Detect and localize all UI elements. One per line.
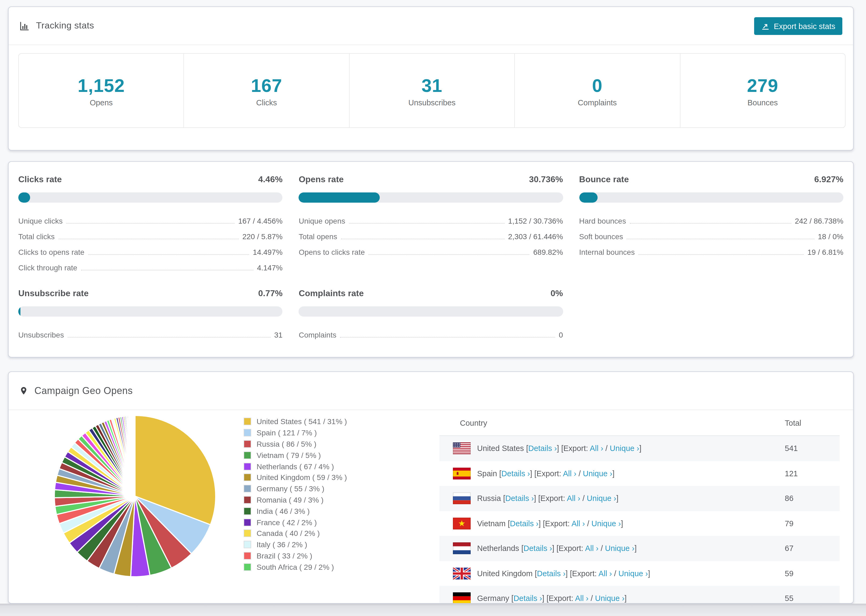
- stat-row-opens-to-clicks-rate: Opens to clicks rate689.82%: [299, 241, 563, 257]
- legend-item-germany[interactable]: Germany ( 55 / 3% ): [244, 483, 347, 495]
- legend-item-india[interactable]: India ( 46 / 3% ): [244, 506, 347, 517]
- bar-chart-icon: [19, 21, 30, 31]
- legend-item-netherlands[interactable]: Netherlands ( 67 / 4% ): [244, 460, 347, 472]
- progress-bar: [18, 192, 283, 203]
- export-unique-link[interactable]: Unique ›: [619, 569, 648, 578]
- export-unique-link[interactable]: Unique ›: [610, 444, 639, 453]
- geo-card-header: Campaign Geo Opens: [9, 372, 853, 410]
- stat-label: Unsubscribes: [408, 98, 456, 107]
- legend-item-canada[interactable]: Canada ( 40 / 2% ): [244, 528, 347, 539]
- details-link[interactable]: Details ›: [501, 469, 530, 478]
- export-all-link[interactable]: All ›: [567, 494, 580, 503]
- legend-swatch: [244, 474, 251, 481]
- legend-item-spain[interactable]: Spain ( 121 / 7% ): [244, 427, 347, 438]
- export-all-link[interactable]: All ›: [575, 594, 589, 603]
- stat-label: Bounces: [747, 98, 778, 107]
- legend-item-south-africa[interactable]: South Africa ( 29 / 2% ): [244, 561, 347, 573]
- legend-item-vietnam[interactable]: Vietnam ( 79 / 5% ): [244, 449, 347, 461]
- stat-value: 0: [592, 75, 602, 96]
- details-link[interactable]: Details ›: [505, 494, 534, 503]
- stat-row-label: Total opens: [299, 232, 337, 241]
- export-all-link[interactable]: All ›: [598, 569, 612, 578]
- stat-row-label: Click through rate: [18, 263, 77, 272]
- stats-summary: 1,152Opens167Clicks31Unsubscribes0Compla…: [18, 53, 846, 128]
- flag-vn-icon: [453, 518, 471, 530]
- stat-row-label: Complaints: [299, 330, 337, 340]
- legend-swatch: [244, 462, 251, 470]
- legend-item-france[interactable]: France ( 42 / 2% ): [244, 517, 347, 528]
- country-name: Germany: [477, 594, 511, 603]
- export-unique-link[interactable]: Unique ›: [583, 469, 612, 478]
- rate-panel-complaints-rate: Complaints rate0%Complaints0: [299, 289, 563, 340]
- stat-box-unsubscribes: 31Unsubscribes: [350, 54, 515, 127]
- details-link[interactable]: Details ›: [537, 569, 565, 578]
- details-link[interactable]: Details ›: [524, 544, 552, 553]
- stat-row-value: 2,303 / 61.446%: [508, 232, 563, 241]
- legend-label: Brazil ( 33 / 2% ): [257, 552, 312, 560]
- export-basic-stats-button[interactable]: Export basic stats: [754, 17, 842, 35]
- details-link[interactable]: Details ›: [510, 519, 538, 528]
- progress-bar-fill: [579, 192, 597, 203]
- geo-row-text: Russia [Details ›] [Export: All › / Uniq…: [477, 494, 619, 503]
- stat-row-value: 4.147%: [257, 263, 283, 272]
- legend-item-russia[interactable]: Russia ( 86 / 5% ): [244, 438, 347, 449]
- rate-panel-opens-rate: Opens rate30.736%Unique opens1,152 / 30.…: [299, 175, 563, 272]
- stat-row-click-through-rate: Click through rate4.147%: [18, 257, 283, 272]
- export-unique-link[interactable]: Unique ›: [591, 519, 621, 528]
- stat-box-clicks: 167Clicks: [184, 54, 350, 127]
- geo-row-germany: Germany [Details ›] [Export: All › / Uni…: [439, 586, 840, 603]
- export-unique-link[interactable]: Unique ›: [595, 594, 625, 603]
- legend-label: France ( 42 / 2% ): [257, 518, 317, 526]
- dotted-leader: [630, 223, 791, 224]
- dotted-leader: [68, 337, 271, 338]
- panel-title: Clicks rate: [18, 175, 62, 184]
- stat-value: 279: [747, 75, 778, 96]
- country-name: Netherlands: [477, 544, 521, 553]
- stat-row-value: 31: [274, 330, 283, 340]
- export-all-link[interactable]: All ›: [563, 469, 576, 478]
- stat-row-unique-opens: Unique opens1,152 / 30.736%: [299, 210, 563, 226]
- stat-row-internal-bounces: Internal bounces19 / 6.81%: [579, 241, 843, 257]
- legend-item-romania[interactable]: Romania ( 49 / 3% ): [244, 494, 347, 506]
- stat-value: 167: [251, 75, 282, 96]
- legend-swatch: [244, 563, 251, 571]
- progress-bar-fill: [18, 306, 20, 317]
- legend-item-united-kingdom[interactable]: United Kingdom ( 59 / 3% ): [244, 472, 347, 483]
- details-link[interactable]: Details ›: [513, 594, 542, 603]
- export-all-link[interactable]: All ›: [590, 444, 603, 453]
- geo-total-value: 55: [785, 594, 794, 603]
- legend-item-italy[interactable]: Italy ( 36 / 2% ): [244, 539, 347, 550]
- export-unique-link[interactable]: Unique ›: [605, 544, 635, 553]
- geo-table: Country Total United States [Details ›] …: [439, 410, 840, 603]
- legend-item-brazil[interactable]: Brazil ( 33 / 2% ): [244, 550, 347, 561]
- stat-row-clicks-to-opens-rate: Clicks to opens rate14.497%: [18, 241, 283, 257]
- stat-row-unique-clicks: Unique clicks167 / 4.456%: [18, 210, 283, 226]
- rate-panel-clicks-rate: Clicks rate4.46%Unique clicks167 / 4.456…: [18, 175, 283, 272]
- dotted-leader: [638, 254, 804, 255]
- geo-total-value: 121: [785, 469, 798, 478]
- country-name: Russia: [477, 494, 503, 503]
- panel-percent: 4.46%: [258, 175, 283, 184]
- dotted-leader: [81, 270, 253, 270]
- details-link[interactable]: Details ›: [528, 444, 557, 453]
- geo-body: United States ( 541 / 31% )Spain ( 121 /…: [9, 410, 853, 603]
- legend-label: Germany ( 55 / 3% ): [257, 484, 324, 493]
- legend-swatch: [244, 451, 251, 459]
- stat-row-value: 0: [559, 330, 563, 340]
- stat-row-value: 18 / 0%: [818, 232, 843, 241]
- legend-label: Vietnam ( 79 / 5% ): [257, 451, 321, 460]
- rate-panel-bounce-rate: Bounce rate6.927%Hard bounces242 / 86.73…: [579, 175, 843, 272]
- export-unique-link[interactable]: Unique ›: [587, 494, 616, 503]
- stat-row-label: Total clicks: [18, 232, 55, 241]
- rate-panel-unsubscribe-rate: Unsubscribe rate0.77%Unsubscribes31: [18, 289, 283, 340]
- flag-nl-icon: [453, 543, 471, 555]
- geo-total-value: 59: [785, 569, 794, 578]
- export-all-link[interactable]: All ›: [585, 544, 598, 553]
- rates-card: Clicks rate4.46%Unique clicks167 / 4.456…: [8, 161, 853, 357]
- progress-bar: [18, 306, 283, 317]
- export-all-link[interactable]: All ›: [572, 519, 585, 528]
- stat-row-label: Opens to clicks rate: [299, 247, 365, 257]
- stat-row-label: Soft bounces: [579, 232, 623, 241]
- legend-item-united-states[interactable]: United States ( 541 / 31% ): [244, 416, 347, 427]
- stat-row-total-clicks: Total clicks220 / 5.87%: [18, 226, 283, 241]
